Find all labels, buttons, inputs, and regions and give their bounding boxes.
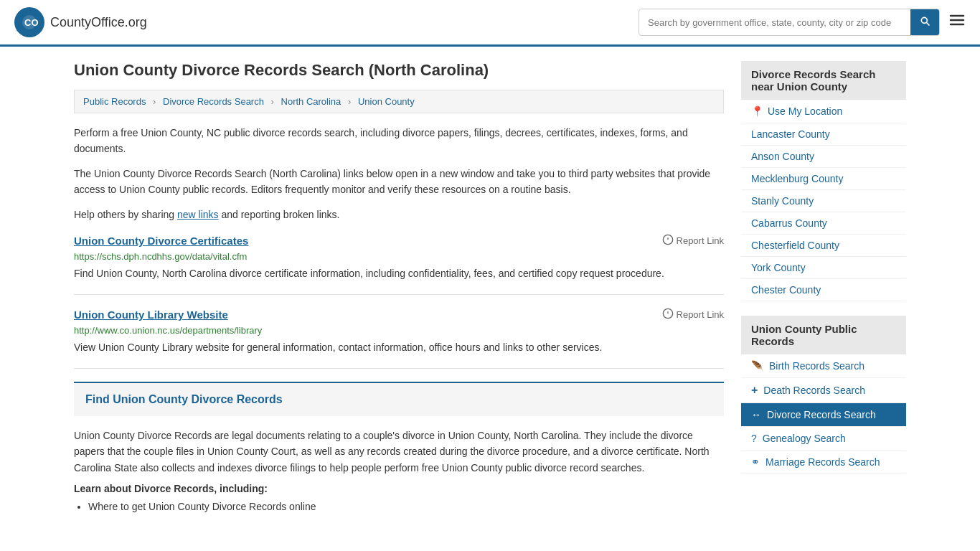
header-right	[639, 9, 966, 36]
sidebar-public-records-section: Union County Public Records 🪶 Birth Reco…	[741, 316, 906, 474]
sidebar-county-stanly[interactable]: Stanly County	[741, 190, 906, 212]
sidebar-county-lancaster[interactable]: Lancaster County	[741, 123, 906, 146]
breadcrumb-public-records[interactable]: Public Records	[83, 96, 146, 107]
record-title-1[interactable]: Union County Divorce Certificates	[74, 235, 248, 247]
marriage-records-icon: ⚭	[751, 456, 760, 468]
sidebar-item-genealogy[interactable]: ? Genealogy Search	[741, 427, 906, 451]
sidebar-county-chesterfield[interactable]: Chesterfield County	[741, 235, 906, 257]
svg-text:CO: CO	[24, 17, 39, 28]
sidebar-county-anson[interactable]: Anson County	[741, 146, 906, 168]
find-description: Union County Divorce Records are legal d…	[74, 428, 724, 476]
sidebar-county-mecklenburg[interactable]: Mecklenburg County	[741, 168, 906, 190]
genealogy-icon: ?	[751, 433, 757, 444]
report-link-1[interactable]: Report Link	[662, 234, 724, 248]
record-entry-2: Union County Library Website Report Link…	[74, 308, 724, 369]
sidebar-item-death-records[interactable]: + Death Records Search	[741, 378, 906, 403]
sidebar-nearby-header: Divorce Records Search near Union County	[741, 61, 906, 100]
sidebar-public-records-header: Union County Public Records	[741, 316, 906, 354]
record-desc-1: Find Union County, North Carolina divorc…	[74, 266, 724, 281]
search-bar	[639, 9, 940, 36]
find-section-heading: Find Union County Divorce Records	[85, 393, 712, 406]
record-desc-2: View Union County Library website for ge…	[74, 340, 724, 355]
logo-text: CountyOffice.org	[50, 15, 147, 30]
sidebar-county-cabarrus[interactable]: Cabarrus County	[741, 212, 906, 235]
death-records-icon: +	[751, 384, 758, 397]
divorce-records-icon: ↔	[751, 409, 761, 420]
logo-area: CO CountyOffice.org	[14, 7, 147, 37]
search-button[interactable]	[910, 9, 939, 35]
report-icon-2	[662, 308, 674, 322]
search-input[interactable]	[639, 11, 910, 34]
record-url-1: https://schs.dph.ncdhhs.gov/data/vital.c…	[74, 251, 724, 262]
learn-list-item-1: Where to get Union County Divorce Record…	[88, 499, 724, 516]
menu-button[interactable]	[948, 11, 966, 33]
breadcrumb-divorce-records[interactable]: Divorce Records Search	[163, 96, 264, 107]
report-link-2[interactable]: Report Link	[662, 308, 724, 322]
record-entry-1: Union County Divorce Certificates Report…	[74, 234, 724, 295]
sidebar-item-divorce-records[interactable]: ↔ Divorce Records Search	[741, 403, 906, 427]
record-title-2[interactable]: Union County Library Website	[74, 309, 228, 321]
breadcrumb-union-county[interactable]: Union County	[358, 96, 415, 107]
sidebar-county-york[interactable]: York County	[741, 257, 906, 279]
help-text: Help others by sharing new links and rep…	[74, 207, 724, 222]
birth-records-icon: 🪶	[751, 360, 763, 372]
sidebar-nearby-section: Divorce Records Search near Union County…	[741, 61, 906, 301]
use-my-location[interactable]: 📍 Use My Location	[741, 100, 906, 123]
content-area: Union County Divorce Records Search (Nor…	[74, 61, 724, 516]
breadcrumb-north-carolina[interactable]: North Carolina	[281, 96, 341, 107]
location-pin-icon: 📍	[751, 105, 763, 117]
find-section: Find Union County Divorce Records	[74, 382, 724, 416]
site-header: CO CountyOffice.org	[0, 0, 980, 47]
report-icon-1	[662, 234, 674, 248]
new-links[interactable]: new links	[177, 209, 219, 220]
sidebar-item-birth-records[interactable]: 🪶 Birth Records Search	[741, 354, 906, 378]
learn-list: Where to get Union County Divorce Record…	[74, 499, 724, 516]
record-url-2: http://www.co.union.nc.us/departments/li…	[74, 325, 724, 336]
page-title: Union County Divorce Records Search (Nor…	[74, 61, 724, 80]
logo-icon: CO	[14, 7, 44, 37]
sidebar-item-marriage-records[interactable]: ⚭ Marriage Records Search	[741, 451, 906, 474]
description-2: The Union County Divorce Records Search …	[74, 166, 724, 198]
sidebar-county-chester[interactable]: Chester County	[741, 279, 906, 301]
breadcrumb: Public Records › Divorce Records Search …	[74, 90, 724, 113]
description-1: Perform a free Union County, NC public d…	[74, 125, 724, 157]
sidebar: Divorce Records Search near Union County…	[741, 61, 906, 516]
main-container: Union County Divorce Records Search (Nor…	[60, 47, 920, 530]
learn-heading: Learn about Divorce Records, including:	[74, 483, 724, 494]
